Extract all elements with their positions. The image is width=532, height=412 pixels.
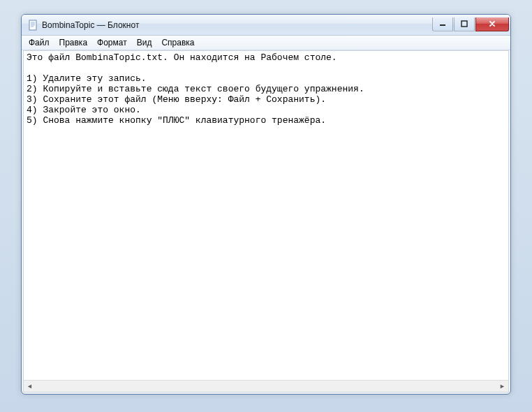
notepad-icon xyxy=(27,20,38,31)
svg-rect-6 xyxy=(461,21,467,27)
content-area: Это файл BombinaTopic.txt. Он находится … xyxy=(23,50,509,392)
menubar: Файл Правка Формат Вид Справка xyxy=(22,36,510,50)
titlebar[interactable]: BombinaTopic — Блокнот xyxy=(22,15,510,36)
menu-edit[interactable]: Правка xyxy=(54,36,93,49)
text-editor[interactable]: Это файл BombinaTopic.txt. Он находится … xyxy=(24,51,508,380)
horizontal-scrollbar[interactable]: ◄ ► xyxy=(24,380,508,392)
window-title: BombinaTopic — Блокнот xyxy=(42,20,432,30)
scroll-right-arrow[interactable]: ► xyxy=(496,381,508,392)
minimize-button[interactable] xyxy=(432,17,453,31)
menu-view[interactable]: Вид xyxy=(132,36,157,49)
close-button[interactable] xyxy=(475,17,509,31)
menu-format[interactable]: Формат xyxy=(92,36,132,49)
menu-file[interactable]: Файл xyxy=(24,36,54,49)
scroll-left-arrow[interactable]: ◄ xyxy=(24,381,36,392)
notepad-window: BombinaTopic — Блокнот Файл Правка Форма… xyxy=(21,14,511,395)
svg-rect-5 xyxy=(440,24,445,26)
maximize-button[interactable] xyxy=(454,17,475,31)
menu-help[interactable]: Справка xyxy=(156,36,199,49)
window-controls xyxy=(432,17,509,31)
